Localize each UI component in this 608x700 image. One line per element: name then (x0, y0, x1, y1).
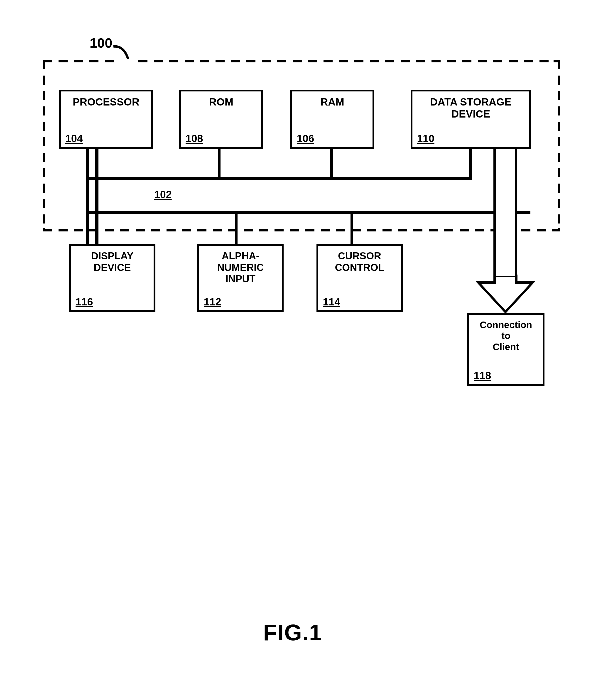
boundary-dash (336, 229, 345, 231)
cursor-box: CURSOR CONTROL 114 (317, 244, 403, 312)
boundary-dash (167, 229, 176, 231)
boundary-dash (324, 60, 332, 62)
boundary-dash (43, 199, 45, 208)
boundary-dash (367, 229, 376, 231)
boundary-dash (444, 229, 453, 231)
boundary-dash (339, 60, 348, 62)
boundary-dash (120, 229, 129, 231)
boundary-dash (460, 229, 469, 231)
connection-box: Connection to Client 118 (467, 313, 545, 386)
boundary-dash (539, 60, 549, 62)
boundary-dash (59, 60, 68, 62)
boundary-dash (558, 184, 560, 193)
boundary-dash (462, 60, 471, 62)
connector (330, 149, 333, 179)
boundary-dash (558, 168, 560, 177)
boundary-dash (136, 229, 145, 231)
boundary-dash (370, 60, 379, 62)
boundary-dash (416, 60, 425, 62)
boundary-dash (215, 60, 225, 62)
boundary-dash (558, 60, 560, 69)
arrow-shaft (493, 149, 496, 277)
bus-line (528, 211, 530, 214)
boundary-dash (246, 60, 255, 62)
boundary-dash (244, 229, 253, 231)
ram-box: RAM 106 (290, 90, 374, 149)
boundary-dash (59, 229, 68, 231)
boundary-dash (43, 214, 45, 224)
boundary-dash (43, 91, 45, 100)
boundary-dash (537, 229, 546, 231)
bus-line (86, 177, 472, 180)
boundary-dash (558, 107, 560, 115)
connector (235, 211, 238, 244)
boundary-dash (138, 60, 148, 62)
arrowhead-icon (476, 273, 535, 314)
display-box: DISPLAY DEVICE 116 (69, 244, 155, 312)
boundary-dash (509, 60, 518, 62)
boundary-dash (169, 60, 178, 62)
boundary-dash (354, 60, 363, 62)
ram-label: RAM (321, 96, 344, 108)
boundary-dash (105, 229, 114, 231)
boundary-dash (447, 60, 456, 62)
cursor-ref: 114 (323, 296, 340, 308)
boundary-dash (197, 229, 206, 231)
boundary-dash (89, 60, 98, 62)
boundary-dash (478, 60, 487, 62)
display-label: DISPLAY DEVICE (91, 250, 134, 273)
processor-label: PROCESSOR (73, 96, 139, 108)
arrow-fill (496, 149, 515, 276)
boundary-dash (213, 229, 222, 231)
boundary-dash (290, 229, 299, 231)
boundary-dash (558, 199, 560, 208)
boundary-dash (558, 214, 560, 224)
system-ref: 100 (90, 35, 112, 51)
boundary-dash (154, 60, 163, 62)
svg-marker-0 (478, 276, 533, 312)
cursor-label: CURSOR CONTROL (335, 250, 384, 273)
boundary-dash (259, 229, 268, 231)
connection-label: Connection to Client (480, 320, 532, 353)
boundary-dash (398, 229, 407, 231)
bus-line (86, 211, 530, 214)
boundary-dash (558, 153, 560, 162)
boundary-dash (43, 153, 45, 162)
boundary-dash (558, 76, 560, 84)
boundary-dash (429, 229, 438, 231)
boundary-dash (43, 122, 45, 131)
boundary-dash (277, 60, 286, 62)
boundary-dash (401, 60, 410, 62)
boundary-dash (558, 137, 560, 146)
storage-label: DATA STORAGE DEVICE (430, 96, 512, 120)
boundary-dash (385, 60, 394, 62)
storage-box: DATA STORAGE DEVICE 110 (411, 90, 531, 149)
boundary-dash (475, 229, 484, 231)
boundary-dash (521, 229, 530, 231)
boundary-dash (231, 60, 240, 62)
alphanum-label: ALPHA- NUMERIC INPUT (217, 250, 264, 285)
ram-ref: 106 (297, 132, 314, 145)
alphanum-ref: 112 (204, 296, 221, 308)
boundary-dash (321, 229, 330, 231)
boundary-dash (182, 229, 191, 231)
boundary-dash (74, 229, 83, 231)
boundary-dash (308, 60, 317, 62)
display-ref: 116 (76, 296, 93, 308)
boundary-dash (274, 229, 284, 231)
boundary-dash (43, 107, 45, 115)
alphanum-box: ALPHA- NUMERIC INPUT 112 (197, 244, 284, 312)
boundary-dash (382, 229, 392, 231)
boundary-dash (200, 60, 209, 62)
boundary-dash (43, 168, 45, 177)
connector (95, 149, 98, 244)
boundary-dash (43, 137, 45, 146)
boundary-dash (293, 60, 302, 62)
boundary-dash (262, 60, 271, 62)
arrow-shaft (515, 149, 517, 277)
boundary-dash (558, 122, 560, 131)
connector (469, 149, 472, 179)
diagram-page: 100 PROCESSOR 104 ROM 108 RAM 106 DATA S… (0, 0, 608, 700)
boundary-dash (43, 60, 45, 69)
rom-ref: 108 (186, 132, 203, 145)
